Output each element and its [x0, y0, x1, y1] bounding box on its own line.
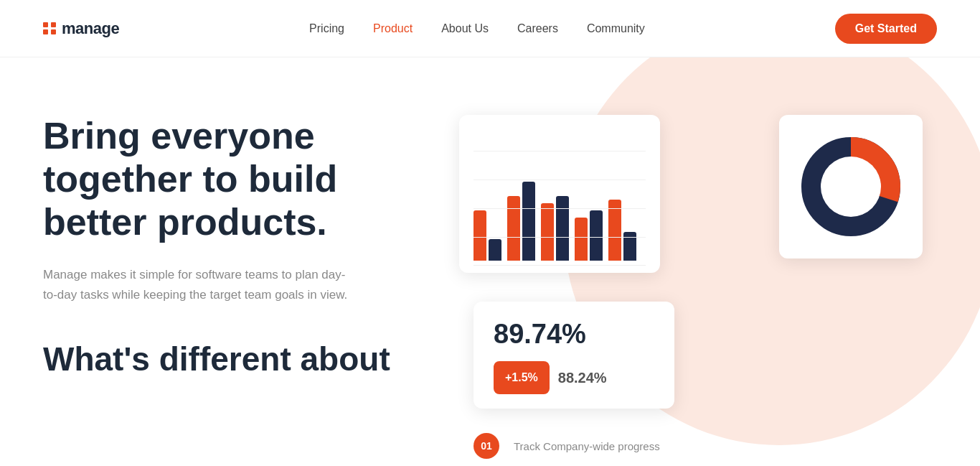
nav-link-community[interactable]: Community	[587, 22, 645, 35]
nav-links: Pricing Product About Us Careers Communi…	[309, 22, 645, 35]
hero-section: Bring everyone together to build better …	[0, 57, 980, 466]
logo-text: manage	[62, 19, 119, 38]
get-started-button[interactable]: Get Started	[835, 14, 937, 44]
nav-link-careers[interactable]: Careers	[517, 22, 558, 35]
bar-group	[575, 210, 603, 261]
nav-link-product[interactable]: Product	[373, 22, 413, 35]
stats-row: +1.5% 88.24%	[494, 361, 654, 394]
section-title-partial: What's different about	[43, 340, 430, 378]
bottom-section-label: Track Company-wide progress	[514, 440, 660, 452]
hero-left: Bring everyone together to build better …	[43, 101, 430, 378]
logo-dots-icon	[43, 22, 56, 35]
donut-chart-card	[779, 115, 923, 258]
stats-card: 89.74% +1.5% 88.24%	[473, 302, 674, 409]
stats-main-value: 89.74%	[494, 319, 654, 350]
stats-secondary-value: 88.24%	[558, 370, 607, 386]
logo[interactable]: manage	[43, 19, 119, 38]
stats-badge: +1.5%	[494, 361, 550, 394]
svg-point-2	[821, 157, 881, 217]
nav-link-pricing[interactable]: Pricing	[309, 22, 344, 35]
bar-chart-card	[459, 115, 660, 273]
bar-group	[541, 196, 569, 261]
hero-right: 89.74% +1.5% 88.24% 01 Track Company-wid…	[430, 101, 937, 466]
bar-chart	[473, 151, 646, 266]
nav-link-about[interactable]: About Us	[441, 22, 489, 35]
bottom-hint: 01 Track Company-wide progress	[430, 433, 937, 459]
navbar: manage Pricing Product About Us Careers …	[0, 0, 980, 57]
bar-group	[473, 210, 501, 261]
bar-group	[608, 200, 636, 261]
bottom-section-badge: 01	[473, 433, 499, 459]
hero-title: Bring everyone together to build better …	[43, 115, 430, 243]
hero-subtitle: Manage makes it simple for software team…	[43, 265, 359, 304]
donut-chart	[793, 129, 908, 244]
bar-group	[507, 182, 535, 261]
